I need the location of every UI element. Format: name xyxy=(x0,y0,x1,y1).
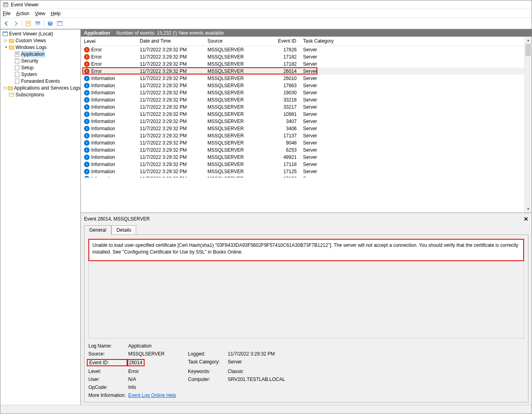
eventid-cell: 17663 xyxy=(264,83,300,88)
moreinfo-value: Event Log Online Help xyxy=(128,393,188,398)
table-row[interactable]: iInformation11/7/2022 3:29:32 PMMSSQLSER… xyxy=(81,161,524,168)
moreinfo-link[interactable]: Event Log Online Help xyxy=(128,393,176,398)
table-row[interactable]: iInformation11/7/2022 3:29:32 PMMSSQLSER… xyxy=(81,111,524,118)
svg-rect-23 xyxy=(15,72,19,77)
level-text: Information xyxy=(91,83,115,88)
table-row[interactable]: !Error11/7/2022 3:29:32 PMMSSQLSERVER171… xyxy=(81,61,524,68)
task-cell: Server xyxy=(300,140,372,146)
opcode-label: OpCode: xyxy=(88,385,128,390)
table-row[interactable]: iInformation11/7/2022 3:29:32 PMMSSQLSER… xyxy=(81,146,524,154)
list-scrollbar[interactable]: ▲ ▼ xyxy=(524,37,532,213)
folder-icon xyxy=(8,38,15,43)
menubar: File Action View Help xyxy=(0,9,532,18)
menu-file[interactable]: File xyxy=(3,11,10,16)
svg-text:?: ? xyxy=(49,21,51,26)
table-row[interactable]: iInformation11/7/2022 3:29:32 PMMSSQLSER… xyxy=(81,118,524,125)
source-label: Source: xyxy=(88,351,128,357)
info-icon: i xyxy=(84,119,90,124)
collapse-icon[interactable]: ▾ xyxy=(4,45,8,49)
date-cell: 11/7/2022 3:29:32 PM xyxy=(137,90,204,96)
tab-details[interactable]: Details xyxy=(111,225,137,235)
forward-button[interactable] xyxy=(12,19,20,28)
properties-button[interactable] xyxy=(24,19,33,28)
table-row[interactable]: iInformation11/7/2022 3:29:32 PMMSSQLSER… xyxy=(81,104,524,111)
scroll-thumb[interactable] xyxy=(526,44,531,56)
scroll-down-icon[interactable]: ▼ xyxy=(525,205,532,213)
content-panel: Application Number of events: 15,232 (!)… xyxy=(81,29,532,405)
table-row[interactable]: !Error11/7/2022 3:29:32 PMMSSQLSERVER178… xyxy=(81,46,524,53)
tree-custom-views[interactable]: ▷ Custom Views xyxy=(0,37,80,44)
table-row[interactable]: !Error11/7/2022 3:29:32 PMMSSQLSERVER171… xyxy=(81,53,524,61)
eventid-cell: 17118 xyxy=(264,162,300,167)
event-list[interactable]: Level Date and Time Source Event ID Task… xyxy=(81,37,524,213)
table-row[interactable]: iInformation11/7/2022 3:29:32 PMMSSQLSER… xyxy=(81,175,524,178)
table-row[interactable]: !Error11/7/2022 3:29:32 PMMSSQLSERVER260… xyxy=(81,68,524,75)
tab-general[interactable]: General xyxy=(84,225,111,235)
tree-apps-services[interactable]: ▷ Applications and Services Logs xyxy=(0,84,80,91)
tree-setup[interactable]: Setup xyxy=(0,64,80,71)
col-eventid[interactable]: Event ID xyxy=(264,37,300,46)
level-text: Information xyxy=(91,119,115,124)
date-cell: 11/7/2022 3:29:32 PM xyxy=(137,176,204,178)
help-button[interactable]: ? xyxy=(46,19,55,28)
tree-security[interactable]: Security xyxy=(0,57,80,64)
level-text: Information xyxy=(91,104,115,110)
subscriptions-icon xyxy=(8,92,15,98)
menu-help[interactable]: Help xyxy=(51,11,61,16)
table-row[interactable]: iInformation11/7/2022 3:29:32 PMMSSQLSER… xyxy=(81,168,524,175)
log-icon xyxy=(14,58,20,64)
table-row[interactable]: iInformation11/7/2022 3:29:32 PMMSSQLSER… xyxy=(81,82,524,89)
detail-pane: Event 26014, MSSQLSERVER ✕ General Detai… xyxy=(81,213,532,405)
col-source[interactable]: Source xyxy=(204,37,264,46)
tree-subscriptions[interactable]: Subscriptions xyxy=(0,91,80,98)
table-row[interactable]: iInformation11/7/2022 3:29:32 PMMSSQLSER… xyxy=(81,96,524,104)
info-icon: i xyxy=(84,97,90,103)
source-value: MSSQLSERVER xyxy=(128,351,188,357)
expand-icon[interactable]: ▷ xyxy=(4,86,8,90)
table-row[interactable]: iInformation11/7/2022 3:29:32 PMMSSQLSER… xyxy=(81,132,524,139)
table-row[interactable]: iInformation11/7/2022 3:29:32 PMMSSQLSER… xyxy=(81,139,524,146)
col-date[interactable]: Date and Time xyxy=(137,37,204,46)
close-icon[interactable]: ✕ xyxy=(524,216,528,222)
col-task[interactable]: Task Category xyxy=(300,37,372,46)
content-title: Application xyxy=(84,30,110,36)
scroll-up-icon[interactable]: ▲ xyxy=(525,37,532,44)
eventid-cell: 17182 xyxy=(264,54,300,60)
info-icon: i xyxy=(84,104,90,110)
table-row[interactable]: iInformation11/7/2022 3:29:32 PMMSSQLSER… xyxy=(81,89,524,96)
taskcat-label: Task Category: xyxy=(188,359,228,366)
list-header: Level Date and Time Source Event ID Task… xyxy=(81,37,524,46)
date-cell: 11/7/2022 3:29:32 PM xyxy=(137,111,204,117)
menu-action[interactable]: Action xyxy=(16,11,29,16)
tree-windows-logs[interactable]: ▾ Windows Logs xyxy=(0,44,80,51)
tree-forwarded[interactable]: Forwarded Events xyxy=(0,78,80,84)
refresh-button[interactable] xyxy=(55,19,64,28)
level-text: Information xyxy=(91,76,115,81)
table-row[interactable]: iInformation11/7/2022 3:29:32 PMMSSQLSER… xyxy=(81,125,524,132)
log-icon xyxy=(14,78,20,84)
opcode-value: Info xyxy=(128,385,188,390)
svg-rect-5 xyxy=(27,22,30,23)
expand-icon[interactable]: ▷ xyxy=(4,38,8,43)
log-icon xyxy=(14,65,20,70)
date-cell: 11/7/2022 3:29:32 PM xyxy=(137,104,204,110)
keywords-value: Classic xyxy=(228,369,331,374)
tree-panel[interactable]: Event Viewer (Local) ▷ Custom Views ▾ Wi… xyxy=(0,29,81,405)
table-row[interactable]: iInformation11/7/2022 3:29:32 PMMSSQLSER… xyxy=(81,154,524,161)
svg-rect-24 xyxy=(15,79,19,84)
tree-system[interactable]: System xyxy=(0,71,80,78)
level-text: Error xyxy=(91,47,102,53)
tree-application[interactable]: Application xyxy=(0,51,80,57)
filter-button[interactable] xyxy=(33,19,42,28)
taskcat-value: Server xyxy=(228,359,331,366)
table-row[interactable]: iInformation11/7/2022 3:29:32 PMMSSQLSER… xyxy=(81,75,524,82)
col-level[interactable]: Level xyxy=(81,37,137,46)
tree-root[interactable]: Event Viewer (Local) xyxy=(0,30,80,37)
logname-label: Log Name: xyxy=(88,343,128,349)
back-button[interactable] xyxy=(2,19,11,28)
level-text: Error xyxy=(91,68,102,74)
detail-title: Event 26014, MSSQLSERVER xyxy=(84,216,150,222)
info-icon: i xyxy=(84,169,90,174)
menu-view[interactable]: View xyxy=(35,11,45,16)
task-cell: Server xyxy=(300,76,372,81)
